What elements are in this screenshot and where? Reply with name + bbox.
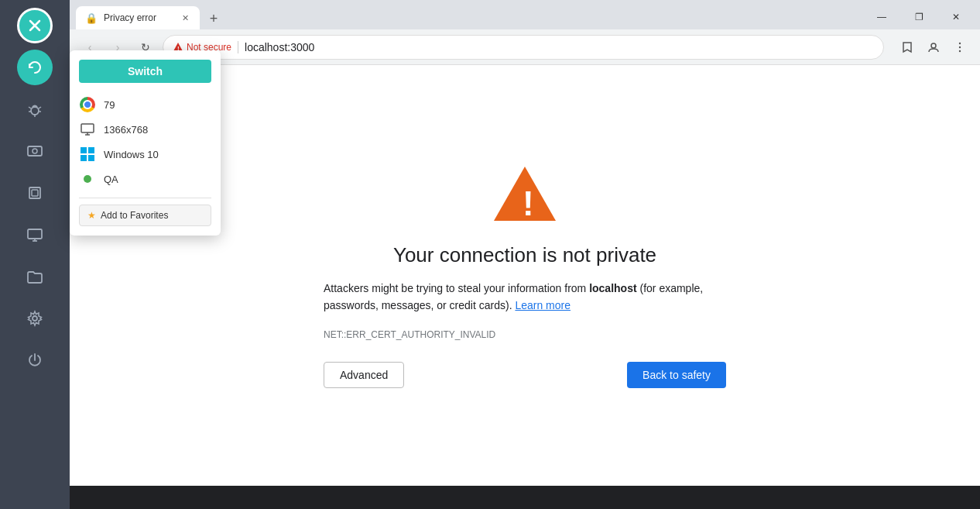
monitor-small-icon xyxy=(79,121,96,138)
tab-favicon: 🔒 xyxy=(85,12,98,24)
resolution-item: 1366x768 xyxy=(79,117,211,142)
svg-point-23 xyxy=(959,46,961,47)
version-item: 79 xyxy=(79,92,211,117)
chrome-icon xyxy=(79,96,96,113)
add-to-favorites-button[interactable]: ★ Add to Favorites xyxy=(79,205,211,226)
bottom-bar xyxy=(70,486,980,509)
sidebar xyxy=(0,0,70,509)
svg-point-9 xyxy=(33,149,37,153)
svg-point-21 xyxy=(931,43,936,48)
svg-rect-12 xyxy=(28,229,42,239)
error-triangle-icon: ! xyxy=(490,163,560,228)
tab-close-button[interactable]: ✕ xyxy=(180,12,190,25)
window-controls: — ❐ ✕ xyxy=(864,5,974,29)
resolution-label: 1366x768 xyxy=(104,124,148,136)
star-icon: ★ xyxy=(87,210,96,221)
windows-icon xyxy=(79,146,96,163)
error-title: Your connection is not private xyxy=(393,243,656,267)
advanced-button[interactable]: Advanced xyxy=(324,362,404,388)
error-actions: Advanced Back to safety xyxy=(324,362,726,388)
minimize-button[interactable]: — xyxy=(864,5,899,29)
bookmark-button[interactable] xyxy=(896,36,918,58)
svg-point-15 xyxy=(33,316,37,321)
settings-icon[interactable] xyxy=(17,301,53,336)
error-desc-before: Attackers might be trying to steal your … xyxy=(324,282,589,294)
env-item: QA xyxy=(79,167,211,191)
desktop-icon[interactable] xyxy=(17,217,53,253)
favorites-label: Add to Favorites xyxy=(101,210,168,221)
dropdown-panel: Switch 79 1366x768 Windows 10 QA xyxy=(70,50,221,236)
power-icon[interactable] xyxy=(17,342,53,378)
learn-more-link[interactable]: Learn more xyxy=(515,299,571,311)
switch-button[interactable]: Switch xyxy=(79,60,211,83)
back-to-safety-button[interactable]: Back to safety xyxy=(627,362,726,388)
close-icon[interactable] xyxy=(17,8,53,43)
svg-point-24 xyxy=(959,50,961,51)
tab-title: Privacy error xyxy=(104,12,174,23)
address-bar-icons xyxy=(896,36,971,58)
svg-rect-17 xyxy=(81,124,94,132)
version-label: 79 xyxy=(104,99,115,111)
status-dot-icon xyxy=(79,170,96,187)
error-hostname: localhost xyxy=(589,282,636,294)
new-tab-button[interactable]: + xyxy=(203,8,224,29)
svg-line-4 xyxy=(39,107,41,108)
url-divider xyxy=(238,41,238,53)
svg-point-2 xyxy=(31,107,39,115)
svg-point-22 xyxy=(959,42,961,43)
svg-line-3 xyxy=(29,107,31,108)
url-text: localhost:3000 xyxy=(245,41,314,53)
browser-tab[interactable]: 🔒 Privacy error ✕ xyxy=(76,6,200,29)
folder-icon[interactable] xyxy=(17,259,53,294)
sync-icon[interactable] xyxy=(17,50,53,85)
layers-icon[interactable] xyxy=(17,175,53,211)
svg-rect-8 xyxy=(28,146,42,156)
os-item: Windows 10 xyxy=(79,142,211,167)
os-label: Windows 10 xyxy=(104,149,159,160)
url-bar[interactable]: ! Not secure localhost:3000 xyxy=(163,35,884,60)
error-code: NET::ERR_CERT_AUTHORITY_INVALID xyxy=(324,329,726,340)
svg-text:!: ! xyxy=(523,184,534,222)
maximize-button[interactable]: ❐ xyxy=(901,5,937,29)
env-label: QA xyxy=(104,174,118,185)
screen-record-icon[interactable] xyxy=(17,133,53,169)
window-close-button[interactable]: ✕ xyxy=(938,5,974,29)
menu-button[interactable] xyxy=(949,36,971,58)
dropdown-divider xyxy=(79,198,211,198)
svg-rect-10 xyxy=(29,187,40,198)
bug-icon[interactable] xyxy=(17,91,53,127)
profile-button[interactable] xyxy=(923,36,944,58)
svg-rect-11 xyxy=(32,190,38,196)
error-description: Attackers might be trying to steal your … xyxy=(324,280,726,315)
